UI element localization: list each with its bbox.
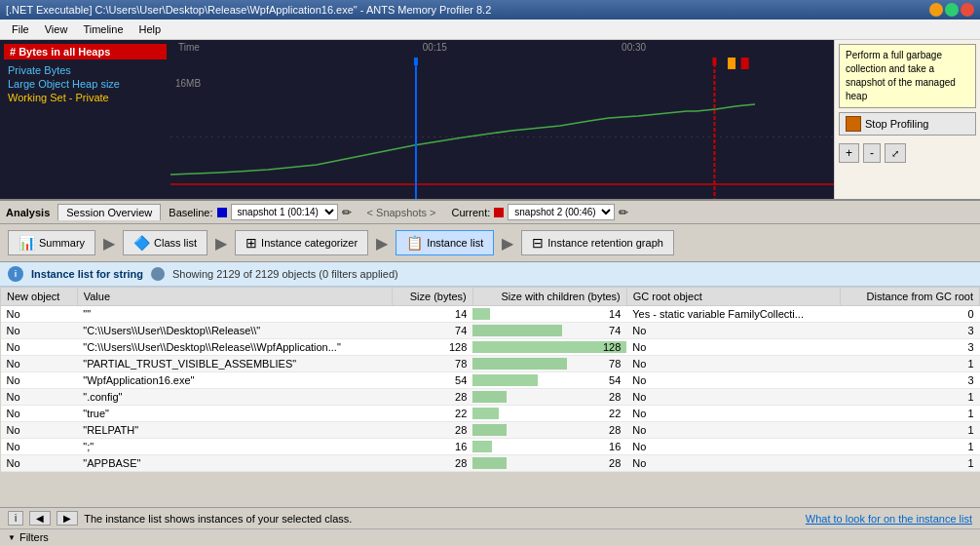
prev-button[interactable]: ◀ (29, 511, 51, 526)
cell-size-children: 128 (472, 339, 626, 356)
zoom-fit-button[interactable]: ⤢ (885, 143, 906, 163)
table-row[interactable]: No "WpfApplication16.exe" 54 54 No 3 (1, 372, 980, 389)
cell-size-children: 28 (472, 389, 626, 406)
cell-size-children: 28 (472, 422, 626, 439)
summary-button[interactable]: 📊 Summary (8, 230, 95, 255)
col-new-object[interactable]: New object (1, 288, 78, 306)
table-row[interactable]: No ";" 16 16 No 1 (1, 439, 980, 455)
cell-new-obj: No (1, 422, 78, 439)
stop-profiling-button[interactable]: Stop Profiling (839, 112, 976, 136)
baseline-snapshot-select[interactable]: snapshot 1 (00:14) (231, 204, 338, 220)
instance-list-header: i Instance list for string Showing 2129 … (0, 262, 980, 287)
chart-area: Time 00:15 00:30 16MB (170, 40, 834, 199)
right-panel: Perform a full garbage collection and ta… (834, 40, 980, 199)
triangle-icon: ▼ (8, 533, 16, 542)
baseline-section: Baseline: snapshot 1 (00:14) ✏ (169, 204, 351, 220)
cell-size: 28 (392, 422, 472, 439)
instance-retention-button[interactable]: ⊟ Instance retention graph (521, 230, 674, 255)
class-list-button[interactable]: 🔷 Class list (123, 230, 207, 255)
instance-categorizer-button[interactable]: ⊞ Instance categorizer (235, 230, 368, 255)
zoom-out-button[interactable]: - (863, 143, 881, 163)
snapshots-label: < Snapshots > (359, 207, 444, 218)
menu-timeline[interactable]: Timeline (75, 21, 131, 37)
cell-new-obj: No (1, 389, 78, 406)
menu-view[interactable]: View (37, 21, 76, 37)
filter-text: Showing 2129 of 2129 objects (0 filters … (172, 268, 398, 280)
zoom-in-button[interactable]: + (839, 143, 859, 163)
cell-value: ";" (77, 439, 392, 455)
cell-distance: 1 (840, 455, 979, 472)
cell-gc-root: No (626, 455, 840, 472)
table-row[interactable]: No ".config" 28 28 No 1 (1, 389, 980, 406)
bottom-bar: i ◀ ▶ The instance list shows instances … (0, 507, 980, 528)
table-row[interactable]: No "C:\\Users\\User\\Desktop\\Release\\"… (1, 323, 980, 339)
table-row[interactable]: No "" 14 14 Yes - static variable Family… (1, 306, 980, 323)
menu-file[interactable]: File (4, 21, 37, 37)
table-row[interactable]: No "RELPATH" 28 28 No 1 (1, 422, 980, 439)
cell-distance: 3 (840, 323, 979, 339)
table-row[interactable]: No "PARTIAL_TRUST_VISIBLE_ASSEMBLIES" 78… (1, 356, 980, 372)
cell-size: 128 (392, 339, 472, 356)
legend-title[interactable]: # Bytes in all Heaps (4, 44, 167, 59)
zoom-controls: + - ⤢ (839, 143, 976, 163)
cell-new-obj: No (1, 356, 78, 372)
col-value[interactable]: Value (77, 288, 392, 306)
cell-value: "WpfApplication16.exe" (77, 372, 392, 389)
title-text: [.NET Executable] C:\Users\User\Desktop\… (6, 4, 491, 16)
cell-new-obj: No (1, 372, 78, 389)
svg-rect-7 (712, 58, 716, 65)
toolbar: 📊 Summary ▶ 🔷 Class list ▶ ⊞ Instance ca… (0, 224, 980, 262)
current-edit-button[interactable]: ✏ (619, 206, 628, 219)
cell-distance: 3 (840, 339, 979, 356)
cell-size: 74 (392, 323, 472, 339)
table-row[interactable]: No "APPBASE" 28 28 No 1 (1, 455, 980, 472)
cell-gc-root: No (626, 339, 840, 356)
info-text: The instance list shows instances of you… (84, 513, 800, 525)
menu-help[interactable]: Help (132, 21, 170, 37)
info-link[interactable]: What to look for on the instance list (806, 513, 972, 525)
cell-size-children: 54 (472, 372, 626, 389)
cell-distance: 3 (840, 372, 979, 389)
time-label-30: 00:30 (622, 42, 646, 53)
legend-working-set: Working Set - Private (4, 91, 167, 104)
minimize-button[interactable] (929, 3, 943, 17)
svg-rect-9 (741, 58, 749, 69)
col-size[interactable]: Size (bytes) (392, 288, 472, 306)
arrow-3: ▶ (376, 234, 388, 253)
col-distance[interactable]: Distance from GC root (840, 288, 979, 306)
current-section: Current: snapshot 2 (00:46) ✏ (452, 204, 629, 220)
cell-new-obj: No (1, 406, 78, 422)
baseline-edit-button[interactable]: ✏ (342, 206, 352, 219)
title-bar: [.NET Executable] C:\Users\User\Desktop\… (0, 0, 980, 20)
instance-list-button[interactable]: 📋 Instance list (396, 230, 494, 255)
cell-distance: 1 (840, 439, 979, 455)
cell-new-obj: No (1, 306, 78, 323)
cell-gc-root: No (626, 389, 840, 406)
cell-size: 78 (392, 356, 472, 372)
table-row[interactable]: No "C:\\Users\\User\\Desktop\\Release\\W… (1, 339, 980, 356)
col-size-children[interactable]: Size with children (bytes) (472, 288, 626, 306)
cell-size-children: 28 (472, 455, 626, 472)
cell-new-obj: No (1, 439, 78, 455)
session-tab[interactable]: Session Overview (57, 204, 161, 220)
cell-gc-root: No (626, 323, 840, 339)
stop-icon (846, 116, 861, 132)
cell-gc-root: No (626, 406, 840, 422)
filter-dot (151, 267, 165, 281)
cell-size-children: 14 (472, 306, 626, 323)
cell-value: "RELPATH" (77, 422, 392, 439)
table-row[interactable]: No "true" 22 22 No 1 (1, 406, 980, 422)
current-snapshot-select[interactable]: snapshot 2 (00:46) (508, 204, 615, 220)
maximize-button[interactable] (945, 3, 959, 17)
info-button[interactable]: i (8, 511, 23, 526)
instance-table: New object Value Size (bytes) Size with … (0, 287, 980, 472)
arrow-1: ▶ (103, 234, 115, 253)
next-button[interactable]: ▶ (57, 511, 78, 526)
cell-gc-root: No (626, 422, 840, 439)
cell-size: 54 (392, 372, 472, 389)
arrow-4: ▶ (502, 234, 513, 253)
table-container[interactable]: New object Value Size (bytes) Size with … (0, 287, 980, 507)
cell-value: "C:\\Users\\User\\Desktop\\Release\\WpfA… (77, 339, 392, 356)
close-button[interactable] (961, 3, 974, 17)
col-gc-root[interactable]: GC root object (626, 288, 840, 306)
